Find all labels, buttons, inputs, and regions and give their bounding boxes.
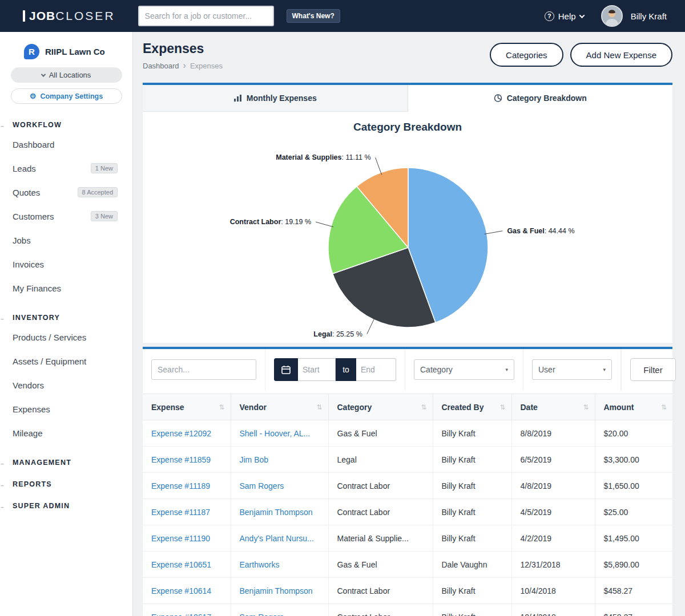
cell-expense[interactable]: Expense #11859 — [143, 447, 231, 473]
sidebar-item-dashboard[interactable]: Dashboard — [0, 132, 132, 156]
cell-expense[interactable]: Expense #10651 — [143, 552, 231, 578]
cell-date: 4/2/2019 — [511, 525, 595, 552]
sidebar-item-mileage[interactable]: Mileage — [0, 421, 132, 445]
cell-category: Gas & Fuel — [328, 420, 433, 447]
company-settings-button[interactable]: ⚙ Company Settings — [11, 88, 122, 104]
sort-icon[interactable]: ⇅ — [499, 403, 505, 411]
breadcrumb-dashboard[interactable]: Dashboard — [143, 62, 179, 70]
sidebar-item-jobs[interactable]: Jobs — [0, 228, 132, 252]
user-avatar[interactable] — [601, 5, 623, 27]
cell-vendor[interactable]: Sam Rogers — [231, 604, 328, 616]
company-logo: R — [24, 44, 39, 59]
cell-vendor[interactable]: Benjamin Thompson — [231, 499, 328, 525]
column-header-vendor[interactable]: Vendor⇅ — [231, 394, 328, 420]
sidebar-item-leads[interactable]: Leads1 New — [0, 156, 132, 180]
sidebar-nav: --WORKFLOWDashboardLeads1 NewQuotes8 Acc… — [0, 121, 132, 510]
table-header-row: Expense⇅Vendor⇅Category⇅Created By⇅Date⇅… — [143, 394, 672, 420]
cell-expense[interactable]: Expense #11187 — [143, 499, 231, 525]
cell-amount: $1,495.00 — [595, 525, 672, 552]
add-new-expense-button[interactable]: Add New Expense — [570, 43, 672, 67]
cell-vendor[interactable]: Jim Bob — [231, 447, 328, 473]
logo-text-bold: JOB — [29, 9, 55, 23]
sort-icon[interactable]: ⇅ — [661, 403, 667, 411]
sort-icon[interactable]: ⇅ — [219, 403, 224, 411]
column-header-expense[interactable]: Expense⇅ — [143, 394, 231, 420]
sort-icon[interactable]: ⇅ — [583, 403, 589, 411]
app-logo[interactable]: JOB CLOSER — [23, 9, 115, 23]
table-row: Expense #11189Sam RogersContract LaborBi… — [143, 473, 672, 499]
all-locations-dropdown[interactable]: All Locations — [11, 67, 122, 83]
sort-icon[interactable]: ⇅ — [316, 403, 322, 411]
table-row: Expense #11190Andy's Plant Nursu...Mater… — [143, 525, 672, 552]
sidebar-section-inventory: --INVENTORY — [0, 314, 132, 322]
sidebar-item-label: Expenses — [13, 404, 50, 414]
categories-button[interactable]: Categories — [490, 43, 563, 67]
tree-dash-icon: -- — [1, 315, 3, 322]
sidebar-item-products-services[interactable]: Products / Services — [0, 325, 132, 349]
table-row: Expense #11187Benjamin ThompsonContract … — [143, 499, 672, 525]
sidebar-item-invoices[interactable]: Invoices — [0, 252, 132, 276]
tab-monthly-expenses[interactable]: Monthly Expenses — [143, 85, 408, 111]
pie-label-leader-line — [376, 157, 382, 175]
column-header-amount[interactable]: Amount⇅ — [595, 394, 672, 420]
date-to-label: to — [336, 358, 356, 381]
sort-icon[interactable]: ⇅ — [421, 403, 426, 411]
end-date-input[interactable] — [356, 358, 396, 381]
logo-bar-icon — [23, 10, 25, 22]
global-search-input[interactable] — [138, 6, 274, 26]
cell-vendor[interactable]: Andy's Plant Nursu... — [231, 525, 328, 552]
pie-label-leader-line — [316, 222, 333, 227]
page-title: Expenses — [143, 41, 223, 56]
column-label: Expense — [151, 403, 184, 412]
select-arrow-icon: ▾ — [603, 367, 606, 372]
cell-vendor[interactable]: Shell - Hoover, AL... — [231, 420, 328, 447]
sidebar-item-vendors[interactable]: Vendors — [0, 373, 132, 397]
column-label: Category — [337, 403, 372, 412]
category-select[interactable]: Category ▾ — [414, 359, 514, 380]
sidebar-item-label: Dashboard — [13, 140, 54, 149]
column-header-created-by[interactable]: Created By⇅ — [433, 394, 511, 420]
chevron-down-icon — [41, 72, 45, 76]
locations-label: All Locations — [49, 71, 91, 79]
cell-vendor[interactable]: Sam Rogers — [231, 473, 328, 499]
sidebar-item-expenses[interactable]: Expenses — [0, 397, 132, 421]
cell-vendor[interactable]: Benjamin Thompson — [231, 578, 328, 604]
cell-expense[interactable]: Expense #11189 — [143, 473, 231, 499]
sidebar-item-label: Products / Services — [13, 333, 86, 342]
cell-expense[interactable]: Expense #11190 — [143, 525, 231, 552]
sidebar-item-assets-equipment[interactable]: Assets / Equipment — [0, 349, 132, 373]
breadcrumb-separator-icon: › — [183, 61, 186, 70]
sidebar-item-quotes[interactable]: Quotes8 Accepted — [0, 180, 132, 204]
cell-date: 8/8/2019 — [511, 420, 595, 447]
gear-icon: ⚙ — [30, 92, 37, 100]
calendar-button[interactable] — [274, 358, 298, 381]
expenses-table: Expense⇅Vendor⇅Category⇅Created By⇅Date⇅… — [143, 394, 672, 616]
tree-dash-icon: -- — [1, 504, 3, 510]
filter-button[interactable]: Filter — [630, 358, 676, 381]
cell-date: 6/5/2019 — [511, 447, 595, 473]
sidebar-item-label: Vendors — [13, 380, 44, 390]
expense-tabs: Monthly Expenses Category Breakdown — [143, 85, 672, 112]
cell-expense[interactable]: Expense #12092 — [143, 420, 231, 447]
cell-amount: $20.00 — [595, 420, 672, 447]
column-header-category[interactable]: Category⇅ — [328, 394, 433, 420]
pie-chart[interactable]: Gas & Fuel: 44.44 %Legal: 25.25 %Contrac… — [143, 112, 672, 343]
user-select[interactable]: User ▾ — [532, 359, 612, 380]
cell-amount: $5,890.00 — [595, 552, 672, 578]
help-menu[interactable]: ? Help — [545, 11, 584, 21]
user-name[interactable]: Billy Kraft — [631, 11, 667, 21]
sidebar: R RIIPL Lawn Co All Locations ⚙ Company … — [0, 32, 133, 616]
cell-vendor[interactable]: Earthworks — [231, 552, 328, 578]
table-row: Expense #11859Jim BobLegalBilly Kraft6/5… — [143, 447, 672, 473]
table-search-input[interactable] — [151, 359, 256, 380]
whats-new-button[interactable]: What's New? — [287, 9, 340, 23]
sidebar-section-workflow: --WORKFLOW — [0, 121, 132, 129]
column-header-date[interactable]: Date⇅ — [511, 394, 595, 420]
cell-expense[interactable]: Expense #10614 — [143, 578, 231, 604]
sidebar-item-my-finances[interactable]: My Finances — [0, 276, 132, 300]
cell-created-by: Billy Kraft — [433, 525, 511, 552]
sidebar-item-customers[interactable]: Customers3 New — [0, 204, 132, 228]
cell-expense[interactable]: Expense #10617 — [143, 604, 231, 616]
start-date-input[interactable] — [298, 358, 336, 381]
tab-category-breakdown[interactable]: Category Breakdown — [408, 85, 673, 112]
